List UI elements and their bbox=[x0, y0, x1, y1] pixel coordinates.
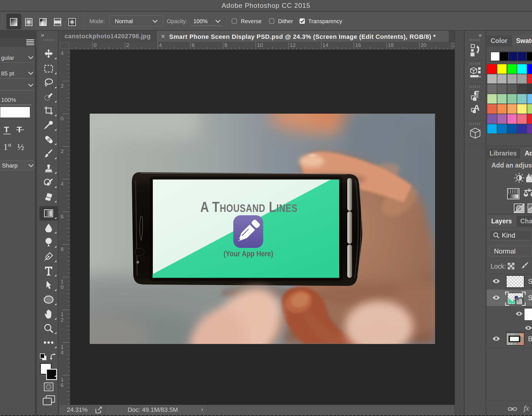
svg-text:(Your App Here): (Your App Here) bbox=[224, 249, 273, 258]
